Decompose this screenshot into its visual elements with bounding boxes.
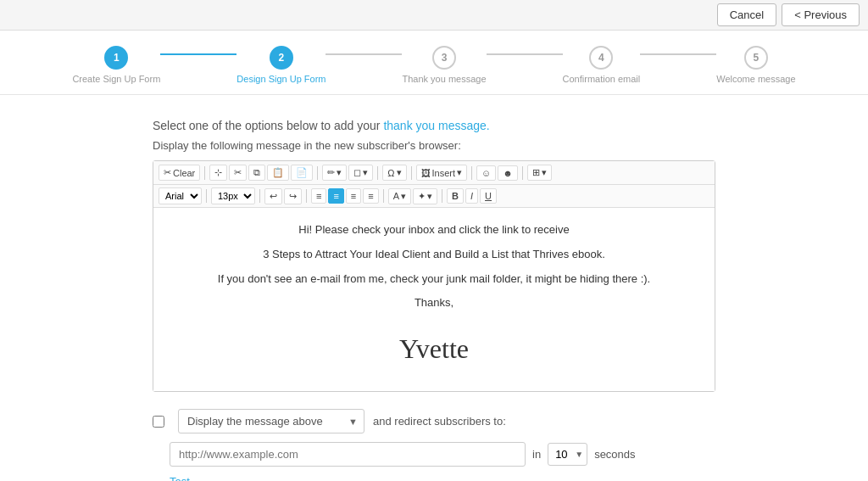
- separator-10: [383, 189, 384, 203]
- editor-content[interactable]: Hi! Please check your inbox and click th…: [153, 208, 715, 391]
- underline-button[interactable]: U: [480, 188, 497, 204]
- instruction-title: Select one of the options below to add y…: [153, 119, 715, 132]
- highlight-icon: ✦: [418, 191, 426, 202]
- connector-1-2: [160, 53, 236, 55]
- step-5-label: Welcome message: [716, 74, 795, 84]
- test-link[interactable]: Test: [170, 475, 715, 481]
- paste-text-button[interactable]: 📄: [291, 165, 313, 181]
- seconds-label: seconds: [594, 448, 635, 461]
- top-bar: Cancel < Previous: [0, 0, 868, 31]
- font-color-button[interactable]: A ▾: [388, 188, 411, 204]
- editor-line2: 3 Steps to Attract Your Ideal Client and…: [167, 246, 701, 264]
- bold-button[interactable]: B: [447, 188, 464, 204]
- cancel-button[interactable]: Cancel: [717, 3, 776, 26]
- url-row: in 10 ▼ seconds: [170, 442, 715, 467]
- pencil-icon: ✏: [327, 167, 335, 178]
- bold-icon: B: [452, 191, 459, 201]
- step-3-circle: 3: [432, 46, 456, 70]
- previous-button[interactable]: < Previous: [782, 3, 860, 26]
- paste-text-icon: 📄: [296, 167, 308, 178]
- separator-2: [317, 166, 318, 180]
- stepper-track: 1 Create Sign Up Form 2 Design Sign Up F…: [72, 46, 795, 84]
- step-3-label: Thank you message: [402, 74, 486, 84]
- font-color-icon: A: [393, 191, 399, 201]
- in-label: in: [532, 448, 541, 461]
- align-right-icon: ≡: [351, 191, 356, 201]
- italic-icon: I: [470, 191, 473, 201]
- editor-line1: Hi! Please check your inbox and click th…: [167, 221, 701, 239]
- align-center-button[interactable]: ≡: [328, 188, 343, 204]
- connector-2-3: [326, 53, 402, 55]
- select-all-button[interactable]: ⊹: [209, 165, 227, 181]
- separator-4: [411, 166, 412, 180]
- clear-button[interactable]: ✂ Clear: [159, 165, 200, 181]
- emoticon-button[interactable]: ☺: [476, 165, 496, 181]
- step-2-label: Design Sign Up Form: [236, 74, 326, 84]
- separator-7: [206, 189, 207, 203]
- cut-icon: ✂: [234, 167, 242, 178]
- separator-3: [377, 166, 378, 180]
- editor-line4: Thanks,: [167, 294, 701, 312]
- omega-icon: Ω: [387, 168, 394, 178]
- cut-button[interactable]: ✂: [229, 165, 247, 181]
- italic-button[interactable]: I: [465, 188, 478, 204]
- connector-4-5: [640, 53, 716, 55]
- url-input[interactable]: [170, 442, 526, 467]
- eraser-icon: ◻: [353, 167, 361, 178]
- emoticon2-button[interactable]: ☻: [498, 165, 518, 181]
- paste-icon: 📋: [272, 167, 284, 178]
- dropdown-wrapper: Display the message above ▼: [178, 409, 364, 433]
- paste-button[interactable]: 📋: [267, 165, 289, 181]
- undo-button[interactable]: ↩: [264, 188, 282, 204]
- display-message-checkbox[interactable]: [153, 416, 164, 428]
- step-1-circle: 1: [104, 46, 128, 70]
- editor-line3: If you don't see an e-mail from me, chec…: [167, 271, 701, 288]
- justify-icon: ≡: [368, 191, 373, 201]
- redo-button[interactable]: ↪: [284, 188, 302, 204]
- step-2-circle: 2: [270, 46, 293, 70]
- separator-5: [471, 166, 472, 180]
- font-size-select[interactable]: 13px: [211, 187, 255, 204]
- emoticon-icon: ☺: [481, 168, 491, 178]
- copy-icon: ⧉: [253, 167, 260, 178]
- font-family-select[interactable]: Arial: [159, 187, 202, 204]
- table-icon: ⊞: [532, 167, 540, 178]
- cursor-icon: ⊹: [214, 167, 222, 178]
- separator-6: [522, 166, 523, 180]
- insert-label: Insert: [432, 168, 456, 178]
- connector-3-4: [487, 53, 563, 55]
- step-5: 5 Welcome message: [716, 46, 795, 84]
- separator-11: [442, 189, 442, 203]
- separator-8: [259, 189, 260, 203]
- redirect-label: and redirect subscribers to:: [373, 415, 506, 428]
- omega-button[interactable]: Ω ▾: [382, 165, 406, 181]
- toolbar-row1: ✂ Clear ⊹ ✂ ⧉ 📋 📄 ✏ ▾ ◻ ▾ Ω ▾ 🖼 Insert ▾…: [153, 161, 715, 185]
- table-button[interactable]: ⊞ ▾: [527, 165, 552, 181]
- justify-button[interactable]: ≡: [363, 188, 378, 204]
- underline-icon: U: [485, 191, 492, 201]
- step-2: 2 Design Sign Up Form: [236, 46, 326, 84]
- highlight-button[interactable]: ✦ ▾: [413, 188, 437, 204]
- image-icon: 🖼: [421, 168, 431, 178]
- align-left-icon: ≡: [316, 191, 321, 201]
- eraser-button[interactable]: ◻ ▾: [348, 165, 373, 181]
- align-center-icon: ≡: [333, 191, 338, 201]
- redo-icon: ↪: [289, 191, 297, 202]
- separator-9: [306, 189, 307, 203]
- align-left-button[interactable]: ≡: [311, 188, 326, 204]
- seconds-select[interactable]: 10: [548, 443, 587, 466]
- main-content: Select one of the options below to add y…: [0, 95, 868, 481]
- display-message-dropdown[interactable]: Display the message above: [178, 409, 364, 433]
- copy-button[interactable]: ⧉: [248, 165, 265, 181]
- insert-button[interactable]: 🖼 Insert ▾: [416, 165, 468, 181]
- undo-icon: ↩: [270, 191, 277, 202]
- step-4-circle: 4: [589, 46, 613, 70]
- align-right-button[interactable]: ≡: [346, 188, 361, 204]
- thank-you-link[interactable]: thank you message.: [383, 119, 489, 132]
- step-4: 4 Confirmation email: [563, 46, 641, 84]
- scissors-icon: ✂: [164, 167, 171, 178]
- emoticon2-icon: ☻: [503, 168, 513, 178]
- editor-wrapper: ✂ Clear ⊹ ✂ ⧉ 📋 📄 ✏ ▾ ◻ ▾ Ω ▾ 🖼 Insert ▾…: [153, 160, 715, 392]
- pencil-button[interactable]: ✏ ▾: [322, 165, 347, 181]
- instruction-title-start: Select one of the options below to add y…: [153, 119, 383, 132]
